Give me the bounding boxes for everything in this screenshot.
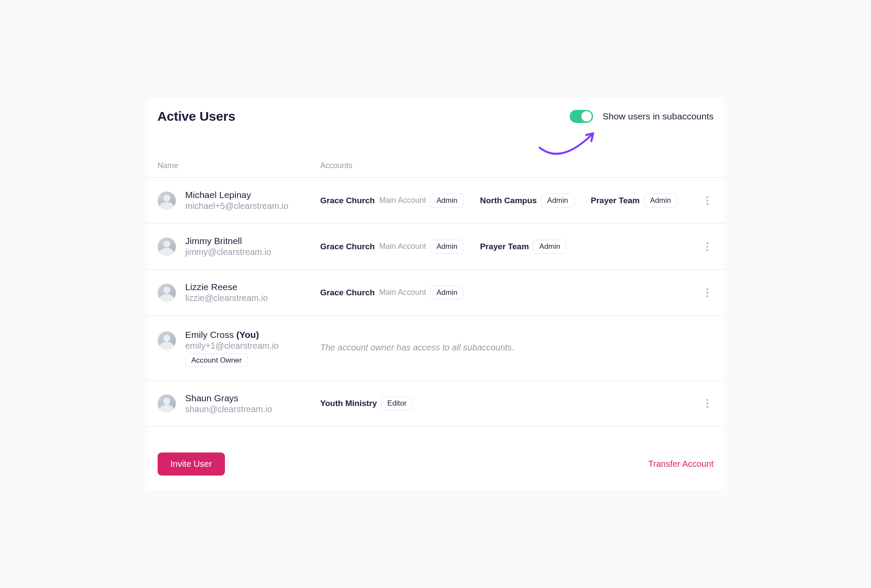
- user-accounts: The account owner has access to all suba…: [320, 330, 714, 353]
- more-menu-button[interactable]: [701, 288, 714, 297]
- svg-point-3: [706, 242, 708, 244]
- user-info: Shaun Graysshaun@clearstream.io: [185, 393, 320, 414]
- account-name: Prayer Team: [480, 242, 529, 251]
- page-title: Active Users: [158, 109, 235, 124]
- user-name: Michael Lepinay: [185, 190, 320, 200]
- toggle-knob: [581, 111, 592, 122]
- footer: Invite User Transfer Account: [147, 426, 724, 476]
- avatar: [158, 238, 176, 256]
- user-info: Lizzie Reeselizzie@clearstream.io: [185, 282, 320, 303]
- account-name: Youth Ministry: [320, 399, 377, 408]
- subaccounts-toggle-wrap: Show users in subaccounts: [570, 110, 714, 123]
- role-badge[interactable]: Editor: [381, 396, 412, 410]
- account-name: Prayer Team: [591, 196, 640, 205]
- role-badge[interactable]: Admin: [533, 240, 566, 254]
- user-name: Shaun Grays: [185, 393, 320, 403]
- header: Active Users Show users in subaccounts: [147, 109, 724, 124]
- svg-point-5: [706, 249, 708, 251]
- role-badge[interactable]: Admin: [430, 240, 463, 254]
- user-info: Michael Lepinaymichael+5@clearstream.io: [185, 190, 320, 211]
- user-name: Jimmy Britnell: [185, 236, 320, 246]
- account-entry: Grace ChurchMain AccountAdmin: [320, 240, 464, 254]
- invite-user-button[interactable]: Invite User: [158, 453, 225, 476]
- user-email: michael+5@clearstream.io: [185, 201, 320, 211]
- user-email: shaun@clearstream.io: [185, 404, 320, 414]
- column-name: Name: [158, 161, 320, 170]
- account-name: Grace Church: [320, 242, 375, 251]
- user-name: Lizzie Reese: [185, 282, 320, 292]
- column-accounts: Accounts: [320, 161, 353, 170]
- account-entry: Grace ChurchMain AccountAdmin: [320, 286, 464, 300]
- avatar: [158, 284, 176, 302]
- account-sub-label: Main Account: [379, 288, 426, 297]
- account-sub-label: Main Account: [379, 196, 426, 205]
- account-name: North Campus: [480, 196, 537, 205]
- transfer-account-link[interactable]: Transfer Account: [648, 459, 713, 469]
- svg-point-0: [706, 196, 708, 198]
- subaccounts-toggle[interactable]: [570, 110, 593, 123]
- role-badge[interactable]: Admin: [541, 194, 574, 208]
- column-headers: Name Accounts: [147, 161, 724, 177]
- role-badge[interactable]: Admin: [430, 286, 463, 300]
- user-row: Lizzie Reeselizzie@clearstream.ioGrace C…: [147, 269, 724, 315]
- svg-point-12: [706, 399, 708, 401]
- user-row: Shaun Graysshaun@clearstream.ioYouth Min…: [147, 380, 724, 426]
- user-email: emily+1@clearstream.io: [185, 341, 320, 351]
- account-name: Grace Church: [320, 196, 375, 205]
- more-menu-button[interactable]: [701, 242, 714, 251]
- account-sub-label: Main Account: [379, 242, 426, 251]
- avatar: [158, 394, 176, 413]
- user-accounts: Grace ChurchMain AccountAdminNorth Campu…: [320, 194, 701, 208]
- user-accounts: Youth MinistryEditor: [320, 396, 701, 410]
- account-entry: Grace ChurchMain AccountAdmin: [320, 194, 464, 208]
- account-name: Grace Church: [320, 288, 375, 297]
- svg-point-8: [706, 295, 708, 297]
- account-entry: Prayer TeamAdmin: [591, 194, 677, 208]
- owner-note: The account owner has access to all suba…: [320, 343, 515, 353]
- user-email: jimmy@clearstream.io: [185, 247, 320, 257]
- svg-point-6: [706, 288, 708, 290]
- user-row: Michael Lepinaymichael+5@clearstream.ioG…: [147, 177, 724, 223]
- account-entry: North CampusAdmin: [480, 194, 574, 208]
- svg-point-14: [706, 406, 708, 408]
- role-badge[interactable]: Admin: [430, 194, 463, 208]
- you-label: (You): [234, 330, 259, 340]
- users-table: Michael Lepinaymichael+5@clearstream.ioG…: [147, 177, 724, 426]
- svg-point-1: [706, 199, 708, 202]
- subaccounts-toggle-label: Show users in subaccounts: [603, 111, 714, 122]
- user-info: Jimmy Britnelljimmy@clearstream.io: [185, 236, 320, 257]
- svg-point-4: [706, 245, 708, 248]
- avatar: [158, 192, 176, 210]
- user-accounts: Grace ChurchMain AccountAdminPrayer Team…: [320, 240, 701, 254]
- account-entry: Prayer TeamAdmin: [480, 240, 566, 254]
- more-menu-button[interactable]: [701, 196, 714, 205]
- svg-point-7: [706, 291, 708, 294]
- user-name: Emily Cross (You): [185, 330, 320, 340]
- svg-point-13: [706, 403, 708, 405]
- user-info: Emily Cross (You)emily+1@clearstream.ioA…: [185, 330, 320, 365]
- svg-point-2: [706, 203, 708, 205]
- active-users-card: Active Users Show users in subaccounts N…: [147, 98, 724, 490]
- user-email: lizzie@clearstream.io: [185, 293, 320, 303]
- pointer-arrow-icon: [538, 128, 603, 159]
- user-accounts: Grace ChurchMain AccountAdmin: [320, 286, 701, 300]
- account-entry: Youth MinistryEditor: [320, 396, 413, 410]
- user-row: Jimmy Britnelljimmy@clearstream.ioGrace …: [147, 223, 724, 269]
- avatar: [158, 331, 176, 350]
- owner-badge: Account Owner: [185, 353, 248, 367]
- more-menu-button[interactable]: [701, 399, 714, 408]
- role-badge[interactable]: Admin: [644, 194, 677, 208]
- user-row: Emily Cross (You)emily+1@clearstream.ioA…: [147, 315, 724, 380]
